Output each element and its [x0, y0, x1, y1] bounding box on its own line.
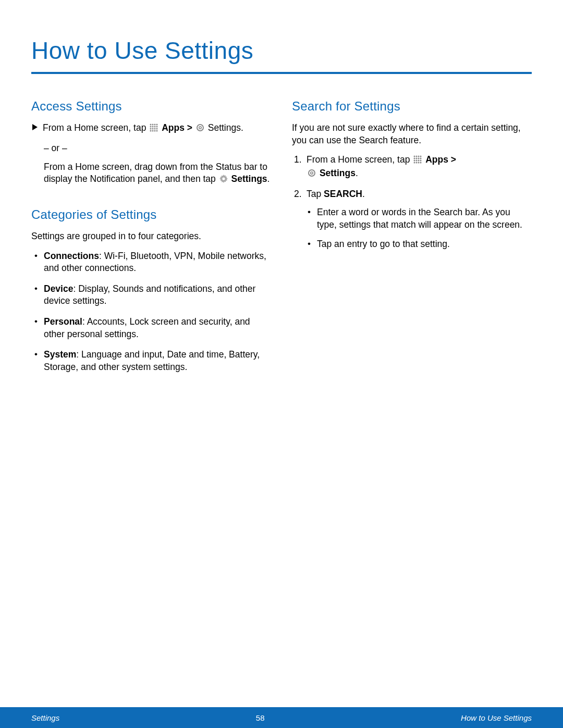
text-fragment: Tap — [307, 189, 324, 199]
category-desc: : Language and input, Date and time, Bat… — [44, 349, 260, 372]
category-label: Device — [44, 283, 73, 294]
page-title: How to Use Settings — [31, 36, 532, 74]
settings-ring-icon — [308, 168, 316, 181]
apps-grid-icon — [413, 155, 422, 167]
svg-point-10 — [152, 128, 154, 130]
categories-intro: Settings are grouped in to four categori… — [31, 230, 271, 243]
svg-point-17 — [197, 125, 203, 131]
category-desc: : Display, Sounds and notifications, and… — [44, 283, 255, 306]
settings-bold-label: Settings — [231, 174, 267, 184]
svg-point-35 — [420, 162, 422, 164]
svg-point-23 — [420, 156, 422, 157]
svg-point-31 — [420, 160, 422, 162]
footer-left: Settings — [31, 713, 59, 722]
svg-point-32 — [414, 162, 415, 164]
svg-point-26 — [418, 158, 420, 159]
or-separator: – or – — [44, 143, 271, 154]
svg-marker-0 — [32, 124, 38, 130]
search-intro: If you are not sure exactly where to fin… — [292, 122, 532, 146]
svg-point-13 — [150, 130, 152, 132]
svg-point-8 — [156, 126, 158, 128]
svg-point-3 — [154, 124, 156, 126]
category-label: Connections — [44, 251, 99, 261]
svg-point-36 — [309, 170, 315, 176]
list-item: From a Home screen, tap Apps > Settings. — [292, 154, 532, 180]
apps-label: Apps > — [162, 122, 195, 133]
text-fragment: . — [362, 189, 365, 199]
search-steps: From a Home screen, tap Apps > Settings.… — [292, 154, 532, 251]
category-label: System — [44, 349, 76, 360]
section-categories: Categories of Settings Settings are grou… — [31, 207, 271, 374]
text-fragment: From a Home screen, tap — [307, 154, 412, 165]
svg-point-6 — [152, 126, 154, 128]
page-footer: Settings 58 How to Use Settings — [0, 707, 563, 728]
svg-point-11 — [154, 128, 156, 130]
svg-point-37 — [311, 172, 313, 174]
svg-point-12 — [156, 128, 158, 130]
svg-point-2 — [152, 124, 154, 126]
instruction-alt-text: From a Home screen, drag down from the S… — [44, 161, 271, 187]
svg-point-34 — [418, 162, 420, 164]
list-item: System: Language and input, Date and tim… — [44, 349, 271, 373]
text-fragment: From a Home screen, tap — [43, 122, 149, 133]
svg-point-22 — [418, 156, 420, 157]
svg-point-21 — [416, 156, 418, 157]
play-icon — [31, 122, 39, 134]
list-item: Device: Display, Sounds and notification… — [44, 283, 271, 307]
apps-grid-icon — [150, 123, 158, 135]
heading-access-settings: Access Settings — [31, 99, 271, 114]
categories-list: Connections: Wi-Fi, Bluetooth, VPN, Mobi… — [44, 250, 271, 374]
heading-categories: Categories of Settings — [31, 207, 271, 222]
section-search: Search for Settings If you are not sure … — [292, 99, 532, 251]
text-fragment: . — [267, 174, 270, 184]
left-column: Access Settings From a Home screen, tap … — [31, 99, 271, 394]
footer-page-number: 58 — [256, 713, 265, 722]
page: How to Use Settings Access Settings From… — [0, 0, 563, 728]
list-item: Tap SEARCH. Enter a word or words in the… — [292, 188, 532, 251]
gear-icon — [219, 174, 228, 187]
svg-point-15 — [154, 130, 156, 132]
svg-point-7 — [154, 126, 156, 128]
instruction-arrow-block: From a Home screen, tap Apps > Settings. — [31, 122, 271, 135]
heading-search: Search for Settings — [292, 99, 532, 114]
search-bold-label: SEARCH — [324, 189, 362, 199]
list-item: Connections: Wi-Fi, Bluetooth, VPN, Mobi… — [44, 250, 271, 275]
svg-point-27 — [420, 158, 422, 159]
settings-bold-label: Settings — [320, 168, 356, 178]
right-column: Search for Settings If you are not sure … — [292, 99, 532, 394]
section-access-settings: Access Settings From a Home screen, tap … — [31, 99, 271, 187]
svg-point-33 — [416, 162, 418, 164]
svg-point-29 — [416, 160, 418, 162]
text-fragment: Settings. — [208, 122, 243, 133]
settings-ring-icon — [196, 123, 204, 135]
svg-point-5 — [150, 126, 152, 128]
apps-label: Apps > — [425, 154, 456, 165]
content-columns: Access Settings From a Home screen, tap … — [31, 99, 532, 394]
svg-point-25 — [416, 158, 418, 159]
text-fragment: . — [356, 168, 358, 178]
list-item: Tap an entry to go to that setting. — [317, 238, 532, 251]
instruction-text: From a Home screen, tap Apps > Settings. — [43, 122, 243, 135]
search-substeps: Enter a word or words in the Search bar.… — [317, 206, 532, 251]
svg-point-20 — [414, 156, 415, 157]
svg-point-16 — [156, 130, 158, 132]
svg-point-4 — [156, 124, 158, 126]
list-item: Personal: Accounts, Lock screen and secu… — [44, 316, 271, 340]
category-label: Personal — [44, 316, 82, 327]
list-item: Enter a word or words in the Search bar.… — [317, 206, 532, 231]
svg-point-9 — [150, 128, 152, 130]
svg-point-19 — [222, 178, 225, 180]
svg-point-30 — [418, 160, 420, 162]
footer-right: How to Use Settings — [461, 713, 532, 722]
svg-point-1 — [150, 124, 152, 126]
svg-point-24 — [414, 158, 415, 159]
svg-point-28 — [414, 160, 415, 162]
svg-point-14 — [152, 130, 154, 132]
svg-point-18 — [199, 127, 201, 129]
